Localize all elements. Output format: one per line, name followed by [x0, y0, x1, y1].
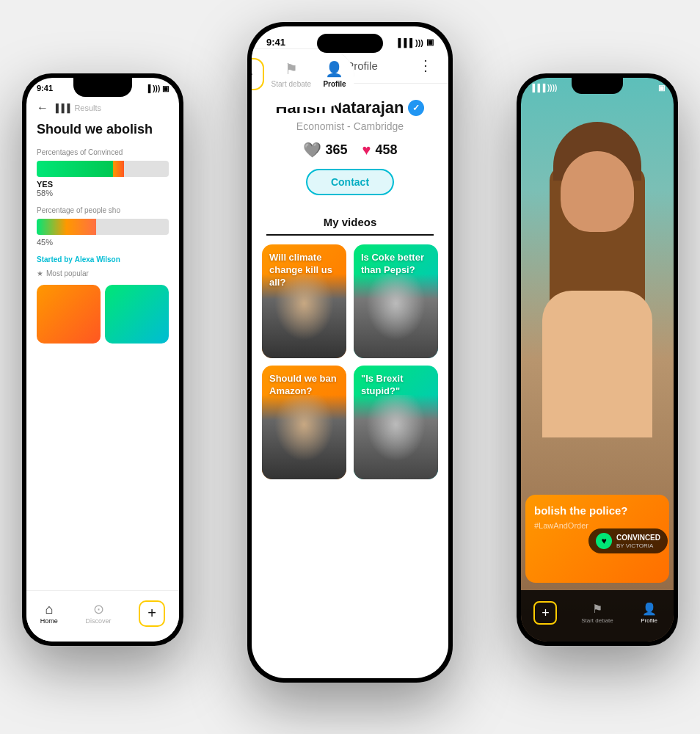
nav-discover-left[interactable]: ⊙ Discover	[86, 603, 112, 625]
plus-button-center[interactable]: +	[252, 58, 264, 90]
notch-left	[73, 78, 132, 97]
convinced-badge: ♥ CONVINCED BY VICTORIA	[588, 528, 668, 553]
right-status-icons: ▐▐▐ ))))	[530, 84, 557, 92]
nav-plus-left[interactable]: +	[139, 600, 165, 627]
yes-pct: 58%	[37, 189, 169, 197]
video-card-3[interactable]: Should we ban Amazon?	[262, 366, 346, 479]
right-battery: ▣	[658, 84, 665, 92]
signal-icon: ▐▐▐	[395, 38, 412, 47]
nav-profile-center[interactable]: 👤 Profile	[318, 60, 351, 88]
my-videos-tab[interactable]: My videos	[266, 206, 434, 236]
stat-gray: 🩶 365	[303, 141, 348, 159]
thumbnail-row	[37, 285, 169, 344]
stat2-count: 458	[375, 142, 397, 158]
plus-button-right[interactable]: +	[533, 601, 557, 625]
profile-subtitle: Economist - Cambridge	[266, 120, 434, 132]
nav-plus-right[interactable]: +	[532, 601, 558, 625]
convinced-text-block: CONVINCED BY VICTORIA	[616, 534, 660, 549]
portrait-3	[262, 395, 346, 479]
video3-title: Should we ban Amazon?	[269, 373, 339, 398]
center-phone: 9:41 ▐▐▐ ))) ▣ 👤 Profile ⋮ Harish Natara…	[247, 22, 453, 683]
contact-button[interactable]: Contact	[306, 169, 394, 195]
results-label: Results	[74, 103, 101, 112]
left-status-time: 9:41	[37, 84, 53, 92]
flag-icon-right: ⚑	[592, 602, 602, 616]
left-phone: 9:41 ▐ ))) ▣ ← ▐▐▐ Results Should we abo…	[22, 73, 183, 646]
bottom-nav-left: ⌂ Home ⊙ Discover +	[26, 590, 179, 642]
profile-icon-right: 👤	[642, 602, 657, 616]
started-by-name: Alexa Wilson	[75, 255, 120, 264]
discover-icon-left: ⊙	[93, 603, 104, 616]
plus-button-left[interactable]: +	[139, 600, 165, 627]
debate-title-left: Should we abolish	[37, 122, 169, 138]
right-phone: ▐▐▐ )))) ▣ ♥ CONVINCED BY VICTORIA bolis…	[517, 73, 678, 646]
center-status-icons: ▐▐▐ ))) ▣	[395, 37, 434, 47]
portrait-4	[354, 395, 438, 479]
nav-profile-right[interactable]: 👤 Profile	[636, 602, 663, 624]
wifi-icon: )))	[415, 38, 423, 47]
video1-title: Will climate change kill us all?	[269, 252, 339, 289]
nav-start-debate-right[interactable]: ⚑ Start debate	[581, 602, 613, 624]
yes-bar	[37, 161, 169, 177]
center-status-time: 9:41	[266, 37, 285, 48]
most-popular: ★ Most popular	[37, 269, 169, 277]
more-icon[interactable]: ⋮	[418, 57, 434, 74]
bottom-nav-center: ⌂ Home ⊙ Discover + ⚑ Start debate 👤 Pro…	[252, 48, 354, 107]
results-icon: ▐▐▐	[53, 103, 70, 112]
notch-right	[572, 78, 623, 94]
bar2	[37, 219, 169, 235]
right-debate-title: bolish the police?	[534, 504, 660, 518]
nav-home-left[interactable]: ⌂ Home	[40, 603, 58, 625]
rf-body	[542, 291, 652, 437]
video-grid: Will climate change kill us all? Is Coke…	[252, 236, 448, 488]
stat-pink: ♥ 458	[362, 142, 398, 159]
star-icon: ★	[37, 269, 43, 277]
section2-label: Percentage of people sho	[37, 206, 169, 214]
nav-start-debate[interactable]: ⚑ Start debate	[271, 60, 311, 88]
convinced-label: CONVINCED	[616, 534, 660, 542]
convinced-heart-icon: ♥	[596, 533, 612, 549]
started-by: Started by Alexa Wilson	[37, 255, 169, 264]
yes-label: YES	[37, 180, 169, 189]
left-status-icons: ▐ ))) ▣	[145, 84, 169, 92]
video-card-1[interactable]: Will climate change kill us all?	[262, 244, 346, 358]
flag-icon-center: ⚑	[285, 60, 298, 78]
home-icon-left: ⌂	[45, 603, 53, 616]
video-card-2[interactable]: Is Coke better than Pepsi?	[354, 244, 438, 358]
profile-icon-center: 👤	[325, 60, 343, 78]
battery-icon: ▣	[426, 37, 434, 47]
portrait-2	[354, 274, 438, 358]
verified-badge: ✓	[408, 100, 424, 116]
bottom-nav-right: + ⚑ Start debate 👤 Profile	[521, 590, 674, 642]
nav-plus-center[interactable]: +	[252, 58, 264, 90]
rf-face	[561, 151, 634, 232]
bar2-pct: 45%	[37, 238, 169, 247]
section1-label: Percentages of Convinced	[37, 148, 169, 156]
convinced-by: BY VICTORIA	[616, 542, 660, 549]
thumb1[interactable]	[37, 285, 101, 344]
dynamic-island	[317, 34, 383, 53]
stats-row: 🩶 365 ♥ 458	[266, 141, 434, 159]
video-card-4[interactable]: "Is Brexit stupid?"	[354, 366, 438, 479]
heart-gray-icon: 🩶	[303, 141, 321, 159]
thumb2[interactable]	[105, 285, 169, 344]
heart-pink-icon: ♥	[362, 142, 371, 159]
video4-title: "Is Brexit stupid?"	[361, 373, 431, 398]
video2-title: Is Coke better than Pepsi?	[361, 252, 431, 277]
back-icon[interactable]: ←	[37, 101, 48, 115]
stat1-count: 365	[326, 142, 348, 158]
